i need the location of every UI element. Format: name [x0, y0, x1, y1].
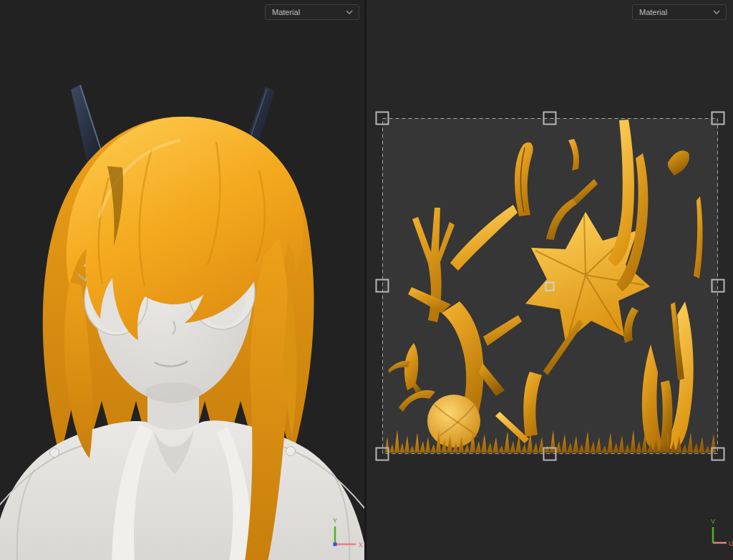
shoulder-rivet-left — [50, 448, 59, 458]
axis-label-u: U — [729, 540, 733, 547]
3d-model-viewport[interactable]: Y X Material — [0, 0, 364, 560]
material-mode-dropdown-right-value: Material — [639, 8, 667, 16]
axis-label-y: Y — [333, 517, 337, 524]
material-mode-dropdown-right[interactable]: Material — [632, 4, 727, 20]
uv-layout-render: V U — [366, 0, 733, 560]
chevron-down-icon — [713, 10, 720, 14]
character-render: Y X — [0, 0, 364, 560]
uv-editor-viewport[interactable]: V U Material — [366, 0, 733, 560]
axis-label-v: V — [711, 518, 715, 525]
material-mode-dropdown-left-value: Material — [272, 8, 300, 16]
shoulder-rivet-right — [286, 447, 296, 456]
axis-label-x: X — [359, 541, 363, 549]
chevron-down-icon — [346, 10, 353, 14]
texture-paint-app: Y X Material — [0, 0, 733, 560]
material-mode-dropdown-left[interactable]: Material — [265, 4, 359, 20]
axis-origin-dot — [334, 543, 337, 546]
